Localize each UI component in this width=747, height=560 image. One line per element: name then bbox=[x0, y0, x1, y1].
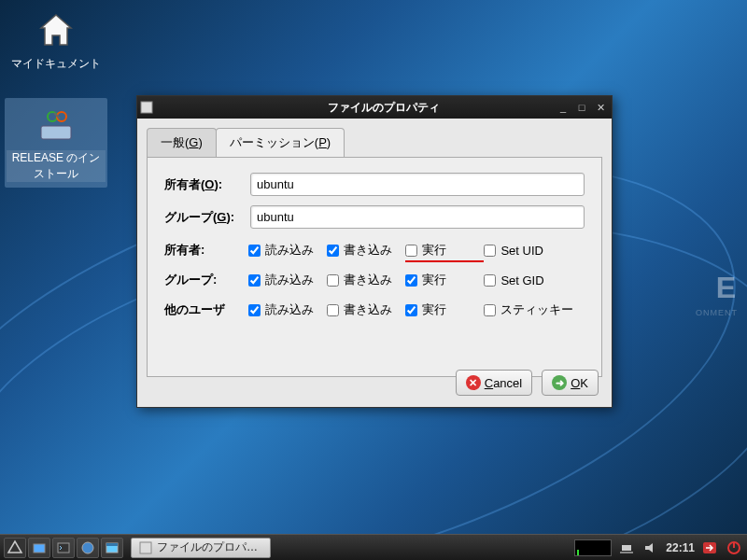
perm-text: 書き込み bbox=[344, 272, 392, 288]
close-button[interactable]: ✕ bbox=[595, 102, 606, 113]
perm-text: 読み込み bbox=[265, 272, 314, 288]
group-label: グループ(G): bbox=[164, 209, 250, 226]
perm-text: Set UID bbox=[500, 244, 543, 258]
owner-write-checkbox[interactable] bbox=[327, 245, 339, 257]
perm-row-group-label: グループ: bbox=[164, 272, 248, 288]
perm-text: 実行 bbox=[422, 301, 446, 318]
svg-point-6 bbox=[82, 542, 93, 553]
ok-icon: ➜ bbox=[552, 375, 567, 390]
other-write-checkbox[interactable] bbox=[327, 304, 339, 316]
svg-rect-4 bbox=[34, 544, 45, 553]
quick-launch-terminal[interactable] bbox=[52, 538, 75, 558]
window-icon bbox=[137, 101, 156, 114]
perm-text: 読み込み bbox=[265, 301, 314, 318]
perm-text: 書き込み bbox=[344, 301, 392, 318]
setuid-checkbox[interactable] bbox=[484, 245, 496, 257]
desktop-icon-label: マイドキュメント bbox=[5, 56, 107, 72]
window-title: ファイルのプロパティ bbox=[156, 100, 612, 116]
power-button[interactable] bbox=[725, 539, 743, 557]
start-menu-button[interactable] bbox=[4, 538, 26, 558]
desktop-brand-text: E bbox=[716, 271, 738, 305]
taskbar-window-label: ファイルのプロパ… bbox=[157, 539, 258, 555]
network-tray-icon[interactable] bbox=[617, 539, 636, 557]
desktop-icon-documents[interactable]: マイドキュメント bbox=[5, 7, 107, 72]
titlebar[interactable]: ファイルのプロパティ _ □ ✕ bbox=[137, 96, 612, 119]
tab-bar: 一般(G) パーミッション(P) bbox=[137, 119, 612, 157]
ok-button[interactable]: ➜ OK bbox=[542, 370, 599, 396]
owner-input[interactable] bbox=[250, 173, 585, 196]
owner-read-checkbox[interactable] bbox=[248, 245, 261, 257]
other-read-checkbox[interactable] bbox=[248, 304, 261, 316]
desktop-icon-release-install[interactable]: RELEASE のインストール bbox=[5, 98, 107, 188]
volume-tray-icon[interactable] bbox=[641, 539, 660, 557]
svg-rect-9 bbox=[140, 542, 151, 553]
taskbar-window-button[interactable]: ファイルのプロパ… bbox=[131, 538, 271, 558]
owner-exec-checkbox[interactable] bbox=[405, 245, 417, 257]
svg-rect-0 bbox=[41, 126, 71, 139]
sticky-checkbox[interactable] bbox=[484, 304, 496, 316]
other-exec-checkbox[interactable] bbox=[405, 304, 417, 316]
owner-label: 所有者(O): bbox=[164, 176, 250, 193]
home-icon bbox=[34, 7, 78, 52]
taskbar: ファイルのプロパ… 22:11 bbox=[0, 534, 747, 560]
tab-permissions[interactable]: パーミッション(P) bbox=[216, 128, 345, 157]
svg-rect-8 bbox=[106, 543, 118, 546]
perm-row-owner-label: 所有者: bbox=[164, 242, 248, 259]
tab-general[interactable]: 一般(G) bbox=[147, 128, 217, 157]
desktop-brand-subtext: ONMENT bbox=[696, 308, 738, 317]
perm-text: Set GID bbox=[500, 273, 543, 287]
exit-tray-icon[interactable] bbox=[700, 539, 719, 557]
setgid-checkbox[interactable] bbox=[484, 274, 496, 287]
minimize-button[interactable]: _ bbox=[557, 102, 569, 113]
window-icon bbox=[139, 541, 152, 554]
perm-text: 読み込み bbox=[265, 242, 314, 259]
perm-text: 書き込み bbox=[344, 242, 392, 259]
group-input[interactable] bbox=[250, 205, 585, 229]
group-write-checkbox[interactable] bbox=[327, 274, 339, 287]
svg-rect-15 bbox=[733, 542, 735, 548]
svg-rect-5 bbox=[58, 543, 69, 553]
quick-launch-browser[interactable] bbox=[77, 538, 99, 558]
group-read-checkbox[interactable] bbox=[248, 274, 261, 287]
svg-rect-3 bbox=[141, 102, 152, 113]
perm-text: 実行 bbox=[422, 272, 446, 288]
group-exec-checkbox[interactable] bbox=[405, 274, 417, 287]
svg-rect-12 bbox=[645, 546, 649, 550]
taskbar-clock[interactable]: 22:11 bbox=[666, 541, 695, 554]
cancel-button[interactable]: ✕ Cancel bbox=[456, 370, 532, 396]
quick-launch-filemanager[interactable] bbox=[28, 538, 50, 558]
tab-content-permissions: 所有者(O): グループ(G): 所有者: 読み込み 書き込み 実行 Set U… bbox=[147, 157, 602, 377]
perm-text: 実行 bbox=[422, 242, 446, 259]
perm-text: スティッキー bbox=[500, 301, 573, 318]
perm-row-other-label: 他のユーザ bbox=[164, 301, 248, 318]
file-properties-dialog: ファイルのプロパティ _ □ ✕ 一般(G) パーミッション(P) 所有者(O)… bbox=[136, 95, 613, 408]
svg-rect-11 bbox=[620, 552, 633, 553]
system-monitor-graph[interactable] bbox=[574, 539, 612, 556]
cancel-icon: ✕ bbox=[466, 375, 481, 390]
show-desktop-button[interactable] bbox=[101, 538, 123, 558]
svg-rect-10 bbox=[622, 545, 631, 551]
install-icon bbox=[34, 102, 78, 147]
maximize-button[interactable]: □ bbox=[576, 102, 587, 113]
desktop-icon-label: RELEASE のインストール bbox=[7, 150, 106, 182]
